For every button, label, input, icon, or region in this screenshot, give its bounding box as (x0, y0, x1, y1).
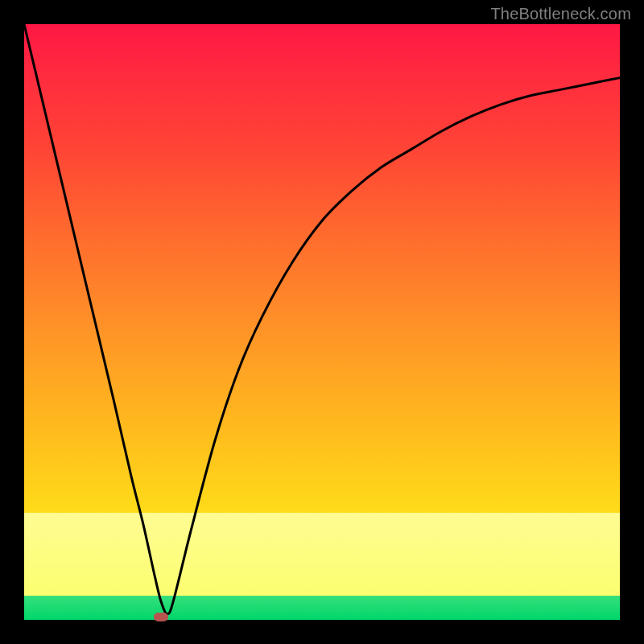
watermark-text: TheBottleneck.com (490, 5, 631, 23)
bottleneck-curve (24, 24, 620, 614)
curve-svg (24, 24, 620, 620)
marker-dot (154, 613, 168, 621)
outer-frame: TheBottleneck.com (0, 0, 644, 644)
plot-area (24, 24, 620, 620)
